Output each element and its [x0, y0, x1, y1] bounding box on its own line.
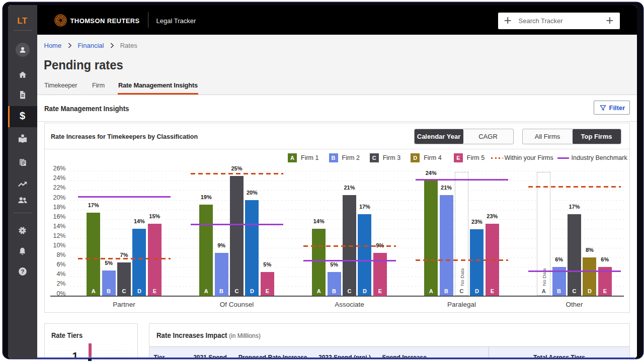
svg-text:?: ?: [21, 268, 24, 274]
